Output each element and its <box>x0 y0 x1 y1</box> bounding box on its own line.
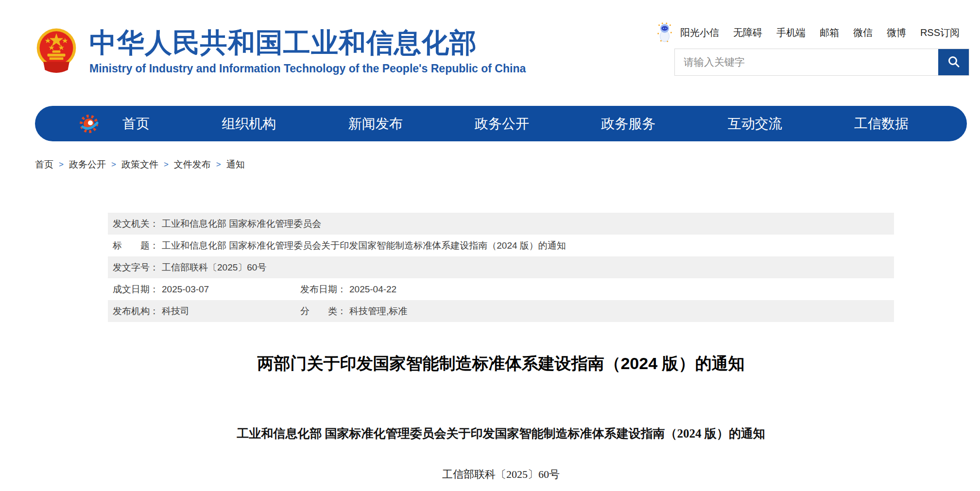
meta-cell-publishing-org: 发布机构：科技司 <box>113 300 300 322</box>
nav-items: 首页 组织机构 新闻发布 政务公开 政务服务 互动交流 工信数据 <box>35 115 967 133</box>
nav-item-interaction[interactable]: 互动交流 <box>728 115 782 133</box>
breadcrumb: 首页 > 政务公开 > 政策文件 > 文件发布 > 通知 <box>35 158 245 171</box>
breadcrumb-policy-files[interactable]: 政策文件 <box>121 158 158 171</box>
article-title: 两部门关于印发国家智能制造标准体系建设指南（2024 版）的通知 <box>108 353 894 375</box>
search-box <box>674 49 969 76</box>
breadcrumb-file-release[interactable]: 文件发布 <box>174 158 211 171</box>
utility-link-mail[interactable]: 邮箱 <box>820 26 839 39</box>
utility-link-wechat[interactable]: 微信 <box>853 26 873 39</box>
meta-cell-written-date: 成文日期：2025-03-07 <box>113 278 300 300</box>
meta-label: 发文字号： <box>113 262 159 272</box>
main-nav: 首页 组织机构 新闻发布 政务公开 政务服务 互动交流 工信数据 <box>35 106 967 141</box>
utility-link-sunshine-assistant[interactable]: 阳光小信 <box>680 26 719 39</box>
meta-label: 标 题： <box>113 240 159 251</box>
site-title: 中华人民共和国工业和信息化部 <box>89 29 526 56</box>
search-input[interactable] <box>675 49 938 75</box>
breadcrumb-home[interactable]: 首页 <box>35 158 53 171</box>
document-meta-table: 发文机关：工业和信息化部 国家标准化管理委员会 标 题：工业和信息化部 国家标准… <box>108 213 894 322</box>
breadcrumb-notice[interactable]: 通知 <box>226 158 245 171</box>
meta-cell-category: 分 类：科技管理,标准 <box>300 300 407 322</box>
nav-item-news[interactable]: 新闻发布 <box>348 115 403 133</box>
breadcrumb-separator: > <box>111 160 116 169</box>
search-icon <box>946 55 961 69</box>
brand-block: 中华人民共和国工业和信息化部 Ministry of Industry and … <box>89 29 526 75</box>
robot-mascot-icon <box>655 22 674 43</box>
nav-item-organization[interactable]: 组织机构 <box>222 115 276 133</box>
page: 中华人民共和国工业和信息化部 Ministry of Industry and … <box>0 0 980 491</box>
miit-gear-icon <box>78 112 101 135</box>
utility-links: 阳光小信 无障碍 手机端 邮箱 微信 微博 RSS订阅 <box>655 23 960 42</box>
breadcrumb-gov-disclosure[interactable]: 政务公开 <box>69 158 106 171</box>
site-subtitle-en: Ministry of Industry and Information Tec… <box>89 62 526 75</box>
meta-label: 发文机关： <box>113 219 159 229</box>
utility-link-weibo[interactable]: 微博 <box>887 26 906 39</box>
meta-row-doc-number: 发文字号：工信部联科〔2025〕60号 <box>108 256 894 278</box>
meta-row-title: 标 题：工业和信息化部 国家标准化管理委员会关于印发国家智能制造标准体系建设指南… <box>108 235 894 256</box>
article-subtitle: 工业和信息化部 国家标准化管理委员会关于印发国家智能制造标准体系建设指南（202… <box>108 425 894 441</box>
meta-row-issuing-authority: 发文机关：工业和信息化部 国家标准化管理委员会 <box>108 213 894 235</box>
nav-item-gov-disclosure[interactable]: 政务公开 <box>475 115 529 133</box>
meta-cell-publish-date: 发布日期：2025-04-22 <box>300 278 396 300</box>
utility-link-accessibility[interactable]: 无障碍 <box>733 26 762 39</box>
national-emblem-icon <box>36 24 77 81</box>
nav-item-home[interactable]: 首页 <box>122 115 150 133</box>
breadcrumb-separator: > <box>164 160 169 169</box>
breadcrumb-separator: > <box>216 160 221 169</box>
meta-value: 工业和信息化部 国家标准化管理委员会关于印发国家智能制造标准体系建设指南（202… <box>162 240 566 251</box>
meta-value: 工信部联科〔2025〕60号 <box>162 262 266 272</box>
meta-value: 工业和信息化部 国家标准化管理委员会 <box>162 219 321 229</box>
search-button[interactable] <box>938 49 969 75</box>
meta-row-publisher: 发布机构：科技司分 类：科技管理,标准 <box>108 300 894 322</box>
utility-link-mobile[interactable]: 手机端 <box>776 26 806 39</box>
doc-number: 工信部联科〔2025〕60号 <box>108 467 894 482</box>
nav-item-miit-data[interactable]: 工信数据 <box>854 115 909 133</box>
utility-link-rss[interactable]: RSS订阅 <box>920 26 960 39</box>
breadcrumb-separator: > <box>59 160 64 169</box>
nav-item-gov-services[interactable]: 政务服务 <box>601 115 655 133</box>
meta-row-dates: 成文日期：2025-03-07发布日期：2025-04-22 <box>108 278 894 300</box>
